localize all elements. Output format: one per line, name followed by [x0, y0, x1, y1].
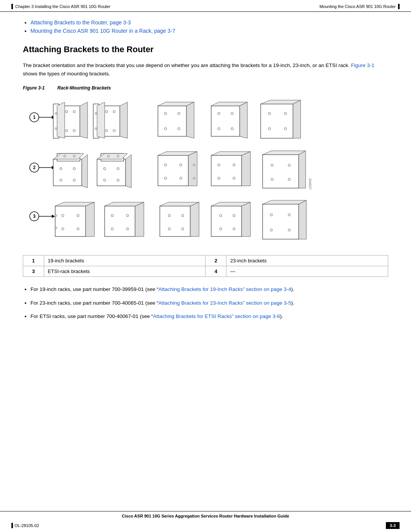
svg-marker-15: [97, 102, 105, 138]
svg-rect-37: [261, 104, 293, 138]
footer-bottom: OL-28105-02 3-3: [0, 521, 411, 532]
svg-point-126: [270, 214, 272, 216]
svg-marker-84: [263, 151, 306, 155]
svg-point-106: [126, 214, 129, 217]
svg-rect-102: [105, 206, 135, 236]
svg-point-34: [231, 112, 233, 115]
section-heading: Attaching Brackets to the Router: [23, 45, 388, 54]
svg-marker-69: [188, 152, 197, 186]
bottom-bullet-3: For ETSI racks, use part number 700-4006…: [30, 312, 388, 321]
svg-rect-67: [158, 155, 188, 186]
svg-marker-6: [80, 102, 88, 138]
svg-rect-30: [211, 106, 240, 136]
table-label-1: 19-inch brackets: [44, 256, 206, 266]
svg-rect-83: [263, 155, 299, 188]
intro-bullets: Attaching Brackets to the Router, page 3…: [23, 19, 388, 34]
svg-point-120: [233, 214, 235, 217]
footer-left: OL-28105-02: [11, 523, 39, 528]
svg-point-89: [288, 178, 290, 181]
header-left: Chapter 3 Installing the Cisco ASR 901 1…: [11, 4, 110, 9]
svg-point-26: [164, 112, 167, 115]
svg-marker-50: [82, 155, 88, 188]
svg-text:334637: 334637: [308, 178, 312, 190]
page-header: Chapter 3 Installing the Cisco ASR 901 1…: [0, 0, 411, 12]
svg-rect-93: [55, 206, 86, 236]
svg-point-9: [65, 129, 68, 132]
svg-point-70: [164, 164, 167, 166]
svg-point-97: [77, 214, 79, 217]
svg-point-64: [117, 179, 119, 181]
svg-marker-111: [190, 202, 199, 236]
figure-ref-link[interactable]: Figure 3-1: [351, 62, 374, 68]
bottom-link-3[interactable]: Attaching Brackets for ETSI Racks” secti…: [153, 313, 280, 319]
svg-point-28: [164, 128, 167, 130]
figure-number: Figure 3-1: [23, 85, 45, 91]
footer-center: Cisco ASR 901 10G Series Aggregation Ser…: [0, 511, 411, 521]
table-num-1: 1: [23, 256, 44, 266]
footer-left-text: OL-28105-02: [14, 523, 39, 528]
svg-marker-39: [293, 100, 301, 138]
footer-center-text: Cisco ASR 901 10G Series Aggregation Ser…: [122, 514, 289, 518]
bracket-table: 1 19-inch brackets 2 23-inch brackets 3 …: [23, 255, 388, 277]
svg-marker-118: [242, 202, 250, 236]
page-footer: Cisco ASR 901 10G Series Aggregation Ser…: [0, 511, 411, 532]
svg-point-33: [218, 112, 220, 115]
table-num-3: 3: [23, 266, 44, 277]
svg-point-99: [77, 228, 79, 230]
svg-point-72: [164, 177, 167, 179]
svg-point-115: [182, 228, 184, 230]
svg-rect-23: [158, 106, 186, 136]
svg-point-8: [73, 110, 75, 113]
svg-point-62: [117, 168, 119, 170]
svg-point-41: [284, 112, 287, 115]
bottom-bullets: For 19-inch racks, use part number 700-3…: [23, 285, 388, 321]
svg-point-52: [73, 168, 75, 170]
footer-left-bar: [11, 523, 13, 528]
intro-bullet-1: Attaching Brackets to the Router, page 3…: [30, 19, 388, 26]
body-text: The bracket orientation and the brackets…: [23, 61, 388, 78]
svg-point-107: [111, 228, 113, 230]
bottom-link-1[interactable]: Attaching Brackets for 19-Inch Racks” se…: [158, 286, 291, 292]
svg-point-86: [271, 164, 273, 166]
bottom-bullet-3-before: For ETSI racks, use part number 700-4006…: [30, 313, 153, 319]
svg-marker-25: [186, 102, 194, 138]
svg-point-61: [104, 168, 106, 170]
svg-rect-123: [263, 204, 299, 239]
svg-point-29: [178, 128, 180, 130]
svg-rect-57: [97, 159, 126, 186]
svg-point-80: [233, 164, 235, 166]
bottom-link-2[interactable]: Attaching Brackets for 23-Inch Racks” se…: [158, 300, 291, 306]
svg-point-51: [60, 168, 62, 170]
intro-link-2[interactable]: Mounting the Cisco ASR 901 10G Router in…: [30, 28, 175, 34]
bottom-bullet-1-before: For 19-inch racks, use part number 700-3…: [30, 286, 158, 292]
bottom-bullet-2-after: ).: [291, 300, 294, 306]
svg-point-7: [65, 110, 68, 113]
svg-point-108: [126, 228, 129, 230]
table-label-4: —: [226, 266, 388, 277]
svg-point-119: [220, 214, 222, 217]
svg-point-112: [168, 214, 170, 217]
svg-point-101: [55, 227, 57, 229]
svg-point-17: [105, 110, 108, 113]
bottom-bullet-3-after: ).: [280, 313, 283, 319]
svg-point-27: [178, 112, 180, 115]
svg-point-87: [288, 164, 290, 166]
svg-point-121: [220, 228, 222, 230]
intro-link-1[interactable]: Attaching Brackets to the Router, page 3…: [30, 19, 131, 26]
svg-text:1: 1: [33, 115, 36, 120]
table-num-4: 4: [206, 266, 226, 277]
table-row-1: 1 19-inch brackets 2 23-inch brackets: [23, 256, 388, 266]
figure-title: Rack-Mounting Brackets: [57, 85, 111, 91]
svg-rect-116: [211, 206, 242, 236]
svg-point-127: [288, 214, 290, 216]
header-right: Mounting the Cisco ASR 901 10G Router: [319, 4, 400, 9]
svg-point-122: [233, 228, 235, 230]
svg-point-54: [73, 179, 75, 181]
table-label-2: 23-inch brackets: [226, 256, 388, 266]
svg-point-21: [95, 113, 97, 115]
svg-point-55: [64, 155, 66, 157]
figure-caption: Figure 3-1 Rack-Mounting Brackets: [23, 85, 388, 91]
svg-marker-78: [242, 152, 250, 186]
svg-point-79: [218, 164, 220, 166]
svg-point-43: [284, 128, 287, 130]
